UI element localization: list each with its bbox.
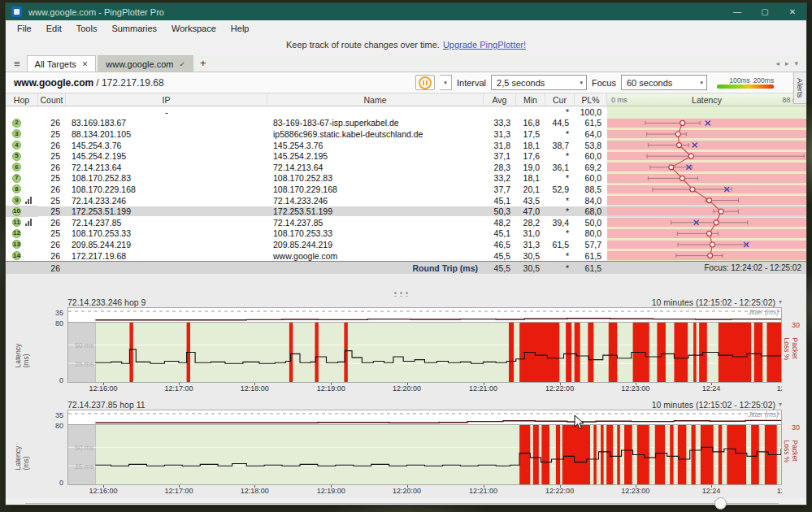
tab-bar: ≡ All Targets ✕ www.google.com ✓ + ◂ ▸ ▾	[6, 54, 806, 72]
upgrade-link[interactable]: Upgrade PingPlotter!	[443, 40, 526, 50]
pane-splitter[interactable]	[6, 274, 806, 297]
latency-axis-label: Latency (ms)	[14, 338, 30, 368]
alerts-side-tab[interactable]: Alerts	[793, 72, 806, 104]
scale-100ms-label: 100ms	[729, 76, 750, 85]
menu-tools[interactable]: Tools	[69, 24, 105, 33]
col-header-latency: 0 ms Latency 88 ms	[607, 93, 806, 106]
table-row-hop-6[interactable]: 62672.14.213.6472.14.213.6428,319,036,16…	[6, 162, 806, 173]
jitter-strip[interactable]: Jitter (ms)	[67, 410, 782, 425]
round-trip-label: Round Trip (ms)	[267, 263, 484, 273]
col-header-avg[interactable]: Avg	[484, 93, 516, 106]
gridline-25ms-label: 25 ms	[75, 462, 93, 471]
table-row-hop-1[interactable]: -*100,0	[6, 106, 806, 118]
pause-dropdown-button[interactable]: ▾	[440, 75, 452, 90]
col-header-count[interactable]: Count	[38, 93, 66, 106]
latency-axis-max: 80	[55, 319, 63, 328]
time-tick-label: 12:17:00	[165, 384, 193, 393]
latency-band	[607, 106, 806, 118]
table-row-hop-8[interactable]: 826108.170.229.168108.170.229.16837,720,…	[6, 184, 806, 195]
latency-cell	[607, 150, 806, 162]
menu-help[interactable]: Help	[224, 24, 257, 33]
graph-plot-area[interactable]: 50 ms25 ms	[67, 425, 782, 485]
scrollbar-track[interactable]	[25, 503, 779, 504]
tab-menu-icon[interactable]: ≡	[6, 59, 27, 72]
latency-cell	[607, 195, 806, 206]
table-row-hop-9[interactable]: 92572.14.233.24672.14.233.24645,143,5*84…	[6, 195, 806, 206]
upgrade-banner: Keep track of route changes over time. U…	[6, 36, 806, 54]
banner-text: Keep track of route changes over time.	[286, 40, 440, 50]
tab-target-google[interactable]: www.google.com ✓	[98, 55, 193, 72]
timeline-scrollbar[interactable]	[6, 498, 806, 505]
table-row-hop-10[interactable]: 1025172.253.51.199172.253.51.19950,347,0…	[6, 206, 806, 217]
col-header-ip[interactable]: IP	[66, 93, 267, 106]
latency-color-scale: 100ms 200ms	[717, 76, 774, 89]
latency-band	[607, 163, 806, 171]
col-header-min[interactable]: Min	[516, 93, 545, 106]
scrollbar-thumb[interactable]	[714, 497, 727, 510]
table-row-hop-5[interactable]: 525145.254.2.195145.254.2.19537,117,6*60…	[6, 150, 806, 162]
minimize-button[interactable]: —	[723, 3, 751, 20]
col-header-hop[interactable]: Hop	[6, 93, 38, 106]
tab-list-icon[interactable]: ▾	[794, 59, 798, 67]
graph-section-1: 72.14.233.246 hop 910 minutes (12:15:02 …	[6, 297, 806, 396]
table-row-hop-4[interactable]: 426145.254.3.76145.254.3.7631,818,138,75…	[6, 140, 806, 151]
time-tick-label: 12:18:00	[241, 384, 269, 393]
table-row-hop-11[interactable]: 112672.14.237.8572.14.237.8548,228,239,4…	[6, 217, 806, 228]
interval-value: 2,5 seconds	[497, 78, 545, 88]
latency-band	[607, 119, 806, 128]
col-header-pl[interactable]: PL%	[575, 93, 607, 106]
latency-axis-max: 80	[55, 422, 63, 430]
graph-timescale-select[interactable]: 10 minutes (12:15:02 - 12:25:02)▾	[652, 297, 782, 307]
jitter-strip[interactable]: Jitter (ms)	[67, 307, 782, 323]
time-tick-label: 12:16:00	[89, 384, 117, 393]
col-header-name[interactable]: Name	[267, 93, 484, 106]
maximize-button[interactable]: ▢	[751, 3, 779, 20]
target-host: www.google.com	[14, 77, 93, 89]
menu-summaries[interactable]: Summaries	[104, 24, 164, 33]
title-bar[interactable]: www.google.com - PingPlotter Pro — ▢ ✕	[6, 3, 806, 20]
gridline-50ms-label: 50 ms	[75, 341, 93, 349]
menu-workspace[interactable]: Workspace	[164, 24, 224, 33]
table-row-hop-12[interactable]: 1225108.170.253.33108.170.253.3345,131,0…	[6, 228, 806, 240]
latency-cell	[607, 250, 806, 262]
focus-select[interactable]: 60 seconds ▾	[621, 75, 707, 90]
latency-band	[607, 218, 806, 227]
latency-cell	[607, 217, 806, 228]
time-tick-label: 12:22:00	[545, 384, 574, 393]
menu-edit[interactable]: Edit	[39, 24, 69, 33]
table-row-hop-7[interactable]: 725108.170.252.83108.170.252.8333,218,1*…	[6, 173, 806, 184]
table-row-hop-3[interactable]: 32588.134.201.105ip5886c969.static.kabel…	[6, 128, 806, 140]
time-tick-label: 12:17:00	[165, 487, 193, 495]
latency-band	[607, 207, 806, 216]
pause-button[interactable]	[415, 75, 435, 90]
latency-band	[607, 229, 806, 238]
tab-scroll-right-icon[interactable]: ▸	[785, 59, 789, 67]
latency-cell	[607, 206, 806, 217]
new-tab-button[interactable]: +	[195, 57, 213, 72]
table-row-hop-14[interactable]: 1426172.217.19.68www.google.com45,530,5*…	[6, 250, 806, 262]
latency-band	[607, 196, 806, 205]
latency-band	[607, 130, 806, 139]
jitter-axis-label: Jitter (ms)	[748, 410, 779, 419]
close-button[interactable]: ✕	[779, 3, 806, 20]
packet-loss-axis-label: Packet Loss %	[783, 440, 799, 471]
col-header-cur[interactable]: Cur	[545, 93, 575, 106]
tab-scroll-left-icon[interactable]: ◂	[775, 59, 779, 67]
table-row-hop-2[interactable]: 22683.169.183.6783-169-183-67-isp.superk…	[6, 118, 806, 129]
tab-all-targets[interactable]: All Targets ✕	[27, 55, 97, 72]
latency-cell	[607, 140, 806, 151]
round-trip-row: 26 Round Trip (ms) 45,5 30,5 * 61,5 Focu…	[6, 261, 806, 274]
app-icon	[11, 7, 22, 17]
round-trip-count: 26	[38, 263, 66, 273]
hop-badge: 2	[12, 119, 21, 128]
focus-range-label: Focus: 12:24:02 - 12:25:02	[607, 263, 806, 272]
interval-select[interactable]: 2,5 seconds ▾	[491, 75, 587, 90]
latency-scale-min: 0 ms	[611, 96, 627, 104]
time-tick-label: 12:21:00	[469, 384, 497, 393]
menu-file[interactable]: File	[10, 24, 39, 33]
table-row-hop-13[interactable]: 1326209.85.244.219209.85.244.21946,531,3…	[6, 239, 806, 250]
graph-plot-area[interactable]: 50 ms25 ms	[67, 323, 782, 383]
close-tab-icon[interactable]: ✕	[82, 60, 89, 68]
latency-cell	[607, 239, 806, 250]
graph-timescale-select[interactable]: 10 minutes (12:15:02 - 12:25:02)▾	[652, 400, 782, 410]
